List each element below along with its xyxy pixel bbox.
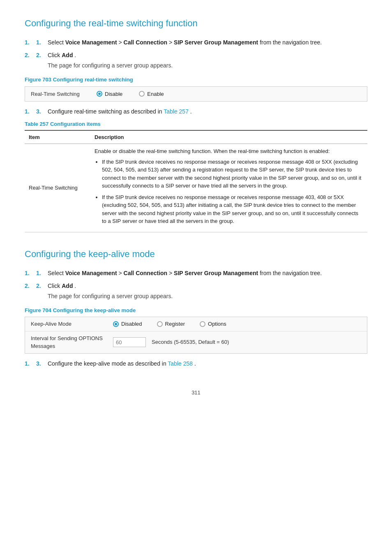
figure703-box: Real-Time Switching Disable Enable [25, 86, 367, 102]
figure703-radio-disable[interactable]: Disable [97, 90, 122, 98]
s2-step3-text: Configure the keep-alive mode as describ… [48, 360, 168, 367]
step1-bold3: SIP Server Group Management [174, 39, 258, 46]
desc-bullet-2: If the SIP trunk device receives no resp… [102, 193, 363, 225]
s2-step3-link[interactable]: Table 258 [168, 360, 193, 367]
table257-col-desc: Description [90, 130, 367, 144]
step1-bold1: Voice Management [65, 39, 117, 46]
s2-step2-pre: Click [48, 283, 62, 289]
radio-register-label: Register [165, 320, 185, 328]
figure704-radio-disabled[interactable]: Disabled [113, 320, 142, 328]
step1-bold2: Call Connection [124, 39, 168, 46]
table257-header-row: Item Description [25, 130, 367, 144]
table257-title: Table 257 Configuration items [25, 120, 367, 128]
figure704-interval-label: Interval for Sending OPTIONSMessages [31, 334, 113, 350]
table257-item-cell: Real-Time Switching [25, 144, 90, 232]
s2-step2-suffix: . [74, 283, 76, 289]
radio-register-circle[interactable] [157, 321, 163, 327]
figure704-keepalive-label: Keep-Alive Mode [31, 320, 113, 328]
s2-step1-bold3: SIP Server Group Management [174, 270, 258, 276]
figure703-label: Real-Time Switching [31, 90, 97, 98]
s2-step3-number: 3. [36, 359, 48, 368]
section2-step1: 1. Select Voice Management > Call Connec… [25, 269, 367, 278]
step2-number: 2. [36, 51, 48, 60]
s2-step1-bold1: Voice Management [65, 270, 117, 276]
s2-step2-add: Add [62, 283, 73, 289]
figure704-row2: Interval for Sending OPTIONSMessages Sec… [25, 331, 367, 353]
section2-title: Configuring the keep-alive mode [25, 247, 367, 261]
table257-col-item: Item [25, 130, 90, 144]
table-row: Real-Time Switching Enable or disable th… [25, 144, 367, 232]
section2-step3-container: 3. Configure the keep-alive mode as desc… [25, 359, 367, 368]
radio-disabled-circle[interactable] [113, 321, 119, 327]
s2-step3-suffix: . [194, 360, 196, 367]
figure704-interval-input[interactable] [113, 337, 146, 347]
figure704-interval-hint: Seconds (5-65535, Default = 60) [152, 338, 229, 346]
radio-enable-circle[interactable] [139, 91, 145, 97]
section2-step2: 2. Click Add . The page for configuring … [25, 282, 367, 301]
s2-step1-number: 1. [36, 269, 48, 278]
section2-step3: 3. Configure the keep-alive mode as desc… [25, 359, 367, 368]
desc-bullets: If the SIP trunk device receives no resp… [95, 158, 363, 225]
s2-step1-suffix: from the navigation tree. [260, 270, 322, 276]
radio-options-label: Options [208, 320, 226, 328]
s2-step2-number: 2. [36, 282, 48, 290]
section1-step3-container: 3. Configure real-time switching as desc… [25, 107, 367, 116]
figure704-radio-options[interactable]: Options [200, 320, 226, 328]
step3-number: 3. [36, 107, 48, 116]
section1-step1: 1. Select Voice Management > Call Connec… [25, 38, 367, 47]
desc-bullet-1: If the SIP trunk device receives no resp… [102, 158, 363, 190]
step3-text: Configure real-time switching as describ… [48, 108, 164, 115]
figure703-radio-enable[interactable]: Enable [139, 90, 164, 98]
figure704-radio-group: Disabled Register Options [113, 320, 226, 328]
step1-text-pre: Select [48, 39, 65, 46]
section1-step2: 2. Click Add . The page for configuring … [25, 51, 367, 70]
s2-step1-bold2: Call Connection [124, 270, 168, 276]
s2-step2-subnote: The page for configuring a server group … [48, 292, 367, 301]
page-number: 311 [25, 389, 367, 397]
desc-intro: Enable or disable the real-time switchin… [95, 148, 330, 154]
step2-suffix: . [74, 52, 76, 58]
figure703-radio-group: Disable Enable [97, 90, 164, 98]
table257-desc-cell: Enable or disable the real-time switchin… [90, 144, 367, 232]
step1-suffix: from the navigation tree. [260, 39, 322, 46]
step2-text-pre: Click [48, 52, 62, 58]
section1-title: Configuring the real-time switching func… [25, 16, 367, 30]
section1-step3: 3. Configure real-time switching as desc… [25, 107, 367, 116]
table257: Item Description Real-Time Switching Ena… [25, 130, 367, 232]
radio-enable-label: Enable [147, 90, 164, 98]
step1-number: 1. [36, 38, 48, 47]
figure704-box: Keep-Alive Mode Disabled Register Option… [25, 317, 367, 354]
figure704-radio-register[interactable]: Register [157, 320, 185, 328]
radio-disabled-label: Disabled [121, 320, 142, 328]
figure704-row1: Keep-Alive Mode Disabled Register Option… [25, 317, 367, 331]
step2-subnote: The page for configuring a server group … [48, 61, 367, 70]
s2-step1-pre: Select [48, 270, 65, 276]
figure704-title: Figure 704 Configuring the keep-alive mo… [25, 306, 367, 315]
section2-steps: 1. Select Voice Management > Call Connec… [25, 269, 367, 301]
radio-options-circle[interactable] [200, 321, 205, 327]
step3-suffix: . [190, 108, 192, 115]
radio-disable-label: Disable [105, 90, 122, 98]
section1-steps: 1. Select Voice Management > Call Connec… [25, 38, 367, 70]
step2-add: Add [62, 52, 73, 58]
step3-link[interactable]: Table 257 [164, 108, 189, 115]
figure703-title: Figure 703 Configuring real-time switchi… [25, 76, 367, 84]
radio-disable-circle[interactable] [97, 91, 102, 97]
